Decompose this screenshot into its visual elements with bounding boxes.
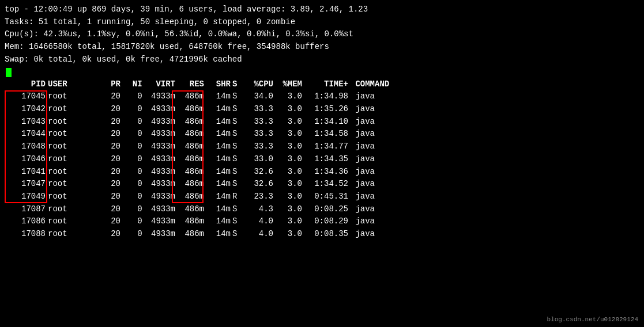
cell-cpu: 33.0 (244, 153, 276, 166)
cell-time: 0:08.35 (304, 228, 351, 241)
cell-res: 486m (178, 153, 206, 166)
col-header-virt: VIRT (143, 78, 178, 91)
cell-shr: 14m (206, 191, 232, 203)
cell-pid: 17043 (5, 116, 48, 128)
cell-virt: 4933m (143, 153, 178, 166)
cell-ni: 0 (123, 140, 143, 153)
cell-cmd: java (351, 203, 420, 216)
cell-virt: 4933m (143, 140, 178, 153)
col-header-time: TIME+ (304, 78, 351, 91)
cell-shr: 14m (206, 166, 232, 178)
cursor (6, 68, 12, 77)
table-row: 17048 root 20 0 4933m 486m 14m S 33.3 3.… (5, 140, 639, 153)
cell-pr: 20 (100, 153, 123, 166)
cell-user: root (48, 153, 100, 166)
col-header-mem: %MEM (276, 78, 304, 91)
cell-virt: 4933m (143, 128, 178, 140)
cell-time: 1:34.36 (304, 166, 351, 178)
cell-cpu: 32.6 (244, 166, 276, 178)
cell-cpu: 32.6 (244, 178, 276, 191)
cell-res: 486m (178, 178, 206, 191)
cell-ni: 0 (123, 166, 143, 178)
cell-ni: 0 (123, 203, 143, 216)
cell-user: root (48, 90, 100, 103)
cell-pid: 17047 (5, 178, 48, 191)
cell-res: 486m (178, 203, 206, 216)
cell-s: S (232, 228, 244, 241)
col-header-cmd: COMMAND (351, 78, 420, 91)
cell-s: S (232, 128, 244, 140)
table-row: 17045 root 20 0 4933m 486m 14m S 34.0 3.… (5, 90, 639, 103)
cell-cmd: java (351, 191, 420, 203)
header-line-3: Cpu(s): 42.3%us, 1.1%sy, 0.0%ni, 56.3%id… (5, 28, 639, 41)
cell-virt: 4933m (143, 116, 178, 128)
cell-mem: 3.0 (276, 103, 304, 116)
cell-mem: 3.0 (276, 116, 304, 128)
cell-shr: 14m (206, 178, 232, 191)
header-section: top - 12:00:49 up 869 days, 39 min, 6 us… (5, 3, 639, 66)
col-header-cpu: %CPU (244, 78, 276, 91)
cell-pr: 20 (100, 116, 123, 128)
cell-ni: 0 (123, 116, 143, 128)
cell-time: 1:34.35 (304, 153, 351, 166)
cell-s: S (232, 203, 244, 216)
cell-virt: 4933m (143, 166, 178, 178)
cell-pr: 20 (100, 128, 123, 140)
cell-pr: 20 (100, 228, 123, 241)
cell-cmd: java (351, 140, 420, 153)
cell-user: root (48, 128, 100, 140)
table-body: 17045 root 20 0 4933m 486m 14m S 34.0 3.… (5, 90, 639, 240)
cell-s: S (232, 178, 244, 191)
cell-cmd: java (351, 128, 420, 140)
cell-mem: 3.0 (276, 140, 304, 153)
cell-user: root (48, 116, 100, 128)
cell-shr: 14m (206, 128, 232, 140)
cell-shr: 14m (206, 228, 232, 241)
cell-pid: 17044 (5, 128, 48, 140)
cell-s: R (232, 191, 244, 203)
table-row: 17042 root 20 0 4933m 486m 14m S 33.3 3.… (5, 103, 639, 116)
cell-virt: 4933m (143, 215, 178, 228)
cell-pid: 17086 (5, 215, 48, 228)
table-row: 17046 root 20 0 4933m 486m 14m S 33.0 3.… (5, 153, 639, 166)
cell-pid: 17087 (5, 203, 48, 216)
terminal: top - 12:00:49 up 869 days, 39 min, 6 us… (0, 0, 644, 327)
cell-pid: 17048 (5, 140, 48, 153)
cell-res: 486m (178, 166, 206, 178)
cell-cmd: java (351, 166, 420, 178)
cell-user: root (48, 215, 100, 228)
cell-cmd: java (351, 178, 420, 191)
col-header-user: USER (48, 78, 100, 91)
cell-pid: 17049 (5, 191, 48, 203)
cell-mem: 3.0 (276, 166, 304, 178)
cell-virt: 4933m (143, 178, 178, 191)
cell-pr: 20 (100, 191, 123, 203)
cell-cpu: 33.3 (244, 140, 276, 153)
watermark: blog.csdn.net/u012829124 (547, 314, 638, 324)
cell-time: 1:34.58 (304, 128, 351, 140)
cell-cpu: 33.3 (244, 128, 276, 140)
cell-virt: 4933m (143, 191, 178, 203)
col-header-ni: NI (123, 78, 143, 91)
cell-s: S (232, 215, 244, 228)
cell-res: 486m (178, 140, 206, 153)
cell-res: 486m (178, 228, 206, 241)
cell-time: 1:34.98 (304, 90, 351, 103)
cell-time: 0:45.31 (304, 191, 351, 203)
cell-pid: 17041 (5, 166, 48, 178)
cell-shr: 14m (206, 116, 232, 128)
cell-ni: 0 (123, 153, 143, 166)
cell-cpu: 33.3 (244, 116, 276, 128)
cell-ni: 0 (123, 228, 143, 241)
cell-ni: 0 (123, 178, 143, 191)
cell-cmd: java (351, 116, 420, 128)
cell-user: root (48, 140, 100, 153)
cell-s: S (232, 103, 244, 116)
cell-shr: 14m (206, 90, 232, 103)
cell-cmd: java (351, 215, 420, 228)
cell-mem: 3.0 (276, 128, 304, 140)
cell-time: 1:34.77 (304, 140, 351, 153)
cell-cpu: 34.0 (244, 90, 276, 103)
cell-s: S (232, 140, 244, 153)
cell-time: 0:08.29 (304, 215, 351, 228)
